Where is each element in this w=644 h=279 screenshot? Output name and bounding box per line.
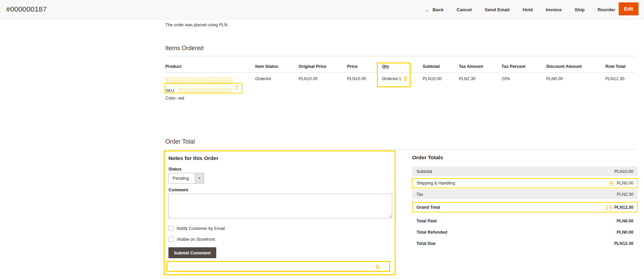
price-cell: PLN10.00 [347,73,382,101]
totals-row-tax: Tax PLN2.30 [412,189,638,199]
items-ordered-table: Product Item Status Original Price Price… [165,64,636,101]
color-label: Color: [165,96,177,101]
totals-value: PLN10.00 [614,169,633,174]
totals-value: PLN0.00 [617,230,633,235]
original-price-cell: PLN10.00 [299,73,347,101]
totals-label: Grand Total [416,205,440,210]
color-value: red [178,96,184,101]
comment-textarea[interactable] [168,194,392,218]
invoice-button[interactable]: Invoice [546,7,562,12]
order-currency-notice: The order was placed using PLN. [165,23,229,27]
visible-storefront-checkbox-row[interactable]: Visible on Storefront [168,237,215,242]
totals-label: Total Due [416,241,436,246]
col-header-item-status: Item Status [255,64,299,73]
notes-for-order-panel: Notes for this Order Status Pending ▼ Co… [164,150,396,275]
sku-label: SKU: [165,88,175,93]
status-select[interactable]: Pending ▼ [168,173,204,183]
items-ordered-heading: Items Ordered [165,45,636,56]
back-button-label: Back [433,7,443,12]
product-cell: SKU: Color: red [165,73,255,101]
hold-button[interactable]: Hold [522,7,533,12]
product-color-line: Color: red [165,96,253,101]
items-table-header-row: Product Item Status Original Price Price… [165,64,636,73]
col-header-price: Price [347,64,382,73]
totals-value: PLN2.30 [617,192,633,197]
totals-label: Total Refunded [416,230,447,235]
visible-storefront-checkbox[interactable] [168,237,174,242]
totals-row-grand-total: Grand Total PLN12.30 [412,202,638,212]
sku-value-redacted [177,88,232,93]
totals-row-total-paid: Total Paid PLN0.00 [412,217,638,225]
cancel-button[interactable]: Cancel [456,7,471,12]
comment-field-label: Comment [168,188,188,192]
ship-button[interactable]: Ship [575,7,585,12]
back-arrow-icon: ← [425,7,430,13]
order-number-title: #000000187 [6,5,47,13]
totals-label: Total Paid [416,219,437,223]
tax-percent-cell: 23% [502,73,546,101]
row-total-cell: PLN12.30 [605,73,636,101]
col-header-tax-percent: Tax Percent [502,64,546,73]
totals-label: Shipping & Handling [416,181,455,186]
col-header-subtotal: Subtotal [423,64,459,73]
chevron-down-icon: ▼ [198,177,201,180]
header-action-bar: ← Back Cancel Send Email Hold Invoice Sh… [425,0,615,19]
back-button[interactable]: ← Back [425,7,443,13]
tax-amount-cell: PLN2.30 [459,73,502,101]
notes-panel-title: Notes for this Order [168,155,218,161]
col-header-product: Product [165,64,255,73]
totals-row-total-due: Total Due PLN12.30 [412,239,638,248]
subtotal-cell: PLN10.00 [423,73,459,101]
product-sku-line: SKU: [165,88,253,93]
col-header-original-price: Original Price [299,64,347,73]
reorder-button[interactable]: Reorder [598,7,615,12]
col-header-row-total: Row Total [605,64,636,73]
order-totals-title: Order Totals [412,155,443,161]
totals-value: PLN12.30 [614,205,633,210]
product-name-redacted [165,77,232,85]
item-status-cell: Ordered [255,73,299,101]
visible-storefront-label: Visible on Storefront [177,237,215,242]
edit-button[interactable]: Edit [619,2,639,15]
totals-label: Subtotal [416,169,432,174]
notify-customer-checkbox-row[interactable]: Notify Customer by Email [168,226,225,231]
totals-value: PLN0.00 [617,181,633,186]
totals-value: PLN12.30 [614,241,633,246]
col-header-tax-amount: Tax Amount [459,64,502,73]
status-field-label: Status [168,167,181,172]
totals-row-subtotal: Subtotal PLN10.00 [412,166,638,176]
status-selected-value: Pending [169,173,195,183]
totals-row-total-refunded: Total Refunded PLN0.00 [412,228,638,236]
notify-customer-checkbox[interactable] [168,226,174,231]
order-total-heading: Order Total [165,138,636,150]
send-email-button[interactable]: Send Email [485,7,510,12]
item-row: SKU: Color: red Ordered PLN10.00 PLN10.0… [165,73,636,101]
page-header: #000000187 ← Back Cancel Send Email Hold… [0,0,644,19]
totals-label: Tax [416,192,423,197]
col-header-discount-amount: Discount Amount [546,64,605,73]
status-select-arrow-area: ▼ [195,173,204,183]
discount-amount-cell: PLN0.00 [546,73,605,101]
totals-row-shipping-handling: Shipping & Handling PLN0.00 [412,178,638,188]
order-view-page: #000000187 ← Back Cancel Send Email Hold… [0,0,644,279]
col-header-qty: Qty [382,64,423,73]
totals-value: PLN0.00 [617,219,633,223]
notify-customer-label: Notify Customer by Email [177,226,225,231]
submit-comment-button[interactable]: Submit Comment [168,247,216,258]
qty-cell: Ordered 1 [382,73,423,101]
